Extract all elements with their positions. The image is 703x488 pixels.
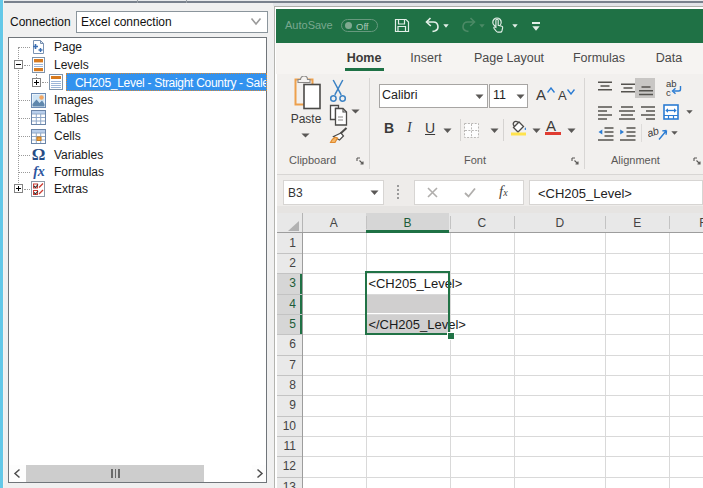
svg-text:ab: ab bbox=[648, 125, 660, 139]
svg-text:c: c bbox=[666, 87, 671, 98]
